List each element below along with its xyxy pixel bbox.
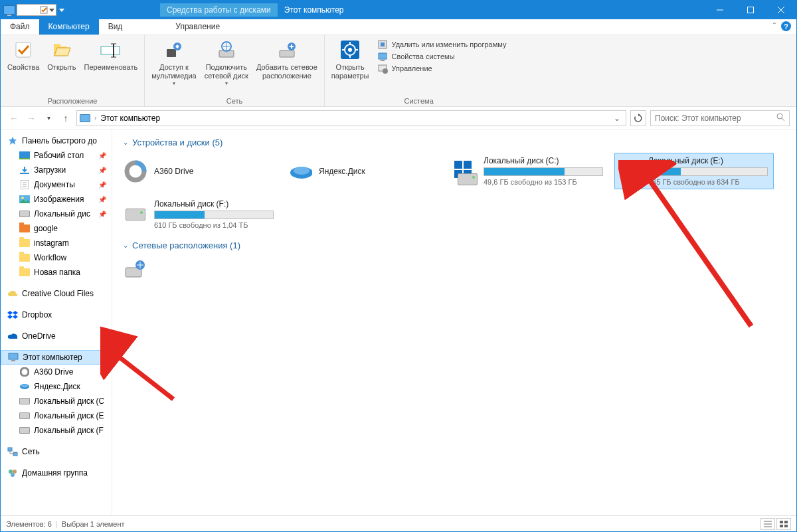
- tree-local-disk-f[interactable]: Локальный диск (F: [1, 423, 112, 438]
- tree-google[interactable]: google: [1, 221, 112, 236]
- usage-bar-fill: [484, 168, 565, 175]
- svg-rect-59: [464, 161, 472, 169]
- rename-button[interactable]: Переименовать: [80, 37, 142, 74]
- content-pane[interactable]: ⌄ Устройства и диски (5) A360 Drive Янде…: [112, 130, 796, 515]
- svg-rect-70: [784, 525, 788, 527]
- app-icon[interactable]: [3, 5, 15, 15]
- properties-button[interactable]: Свойства: [3, 37, 43, 74]
- dropbox-icon: [7, 310, 18, 320]
- drive-local-f[interactable]: Локальный диск (F:) 610 ГБ свободно из 1…: [120, 196, 280, 232]
- qat-customize[interactable]: [59, 9, 64, 12]
- search-box[interactable]: [650, 110, 790, 126]
- tree-yandex[interactable]: Яндекс.Диск: [1, 379, 112, 394]
- svg-point-41: [21, 197, 24, 199]
- view-details-button[interactable]: [760, 518, 775, 530]
- monitor-icon: [80, 114, 90, 122]
- chevron-right-icon[interactable]: ›: [94, 114, 96, 122]
- drive-local-e[interactable]: Локальный диск (E:) 465 ГБ свободно из 6…: [614, 153, 774, 189]
- tree-workflow[interactable]: Workflow: [1, 250, 112, 265]
- tree-instagram[interactable]: instagram: [1, 236, 112, 250]
- svg-rect-7: [54, 44, 60, 47]
- folder-icon: [19, 238, 30, 248]
- group-devices-drives[interactable]: ⌄ Устройства и диски (5): [123, 137, 788, 147]
- pin-icon: 📌: [98, 196, 109, 203]
- svg-point-44: [21, 368, 29, 376]
- svg-point-20: [348, 48, 352, 52]
- search-input[interactable]: [655, 114, 776, 123]
- qat-dropdown[interactable]: [17, 4, 56, 16]
- tree-creative-cloud[interactable]: Creative Cloud Files: [1, 286, 112, 301]
- tree-local-disk-e[interactable]: Локальный диск (E: [1, 408, 112, 423]
- svg-rect-16: [280, 50, 294, 57]
- navigation-bar: ← → ▾ ↑ › Этот компьютер ⌄: [1, 107, 796, 130]
- tree-quick-access[interactable]: Панель быстрого до: [1, 133, 112, 148]
- ribbon: Свойства Открыть Переименовать Расположе…: [1, 35, 796, 107]
- uninstall-program-button[interactable]: Удалить или изменить программу: [377, 39, 507, 50]
- back-button[interactable]: ←: [7, 112, 21, 125]
- search-icon[interactable]: [776, 112, 785, 124]
- tree-dropbox[interactable]: Dropbox: [1, 308, 112, 322]
- pin-icon: 📌: [98, 211, 109, 218]
- window-title: Этот компьютер: [284, 5, 344, 15]
- tree-onedrive[interactable]: OneDrive: [1, 329, 112, 343]
- svg-rect-33: [19, 151, 30, 158]
- tab-file[interactable]: Файл: [1, 19, 39, 35]
- ribbon-collapse-icon[interactable]: ˆ: [773, 22, 776, 31]
- drive-icon: [124, 203, 147, 226]
- tab-manage[interactable]: Управление: [166, 19, 229, 35]
- tree-documents[interactable]: Документы📌: [1, 177, 112, 192]
- tree-homegroup[interactable]: Домашняя группа: [1, 466, 112, 480]
- svg-rect-28: [381, 60, 385, 61]
- group-network-locations[interactable]: ⌄ Сетевые расположения (1): [123, 240, 788, 250]
- minimize-button[interactable]: [705, 1, 735, 19]
- monitor-icon: [8, 352, 19, 363]
- context-tab-disk-tools[interactable]: Средства работы с дисками: [160, 3, 278, 17]
- view-tiles-button[interactable]: [776, 518, 791, 530]
- close-button[interactable]: [766, 1, 796, 19]
- svg-rect-34: [19, 158, 30, 159]
- network-location-item[interactable]: [120, 256, 788, 285]
- pin-icon: 📌: [98, 167, 109, 174]
- drive-icon: [19, 425, 30, 436]
- recent-locations-button[interactable]: ▾: [42, 112, 55, 125]
- breadcrumb-this-pc[interactable]: Этот компьютер: [100, 114, 160, 123]
- tree-downloads[interactable]: Загрузки📌: [1, 163, 112, 177]
- up-button[interactable]: ↑: [59, 112, 72, 125]
- pictures-icon: [19, 194, 30, 205]
- tree-desktop[interactable]: Рабочий стол📌: [1, 148, 112, 163]
- address-bar[interactable]: › Этот компьютер ⌄: [76, 110, 626, 126]
- add-network-location-button[interactable]: Добавить сетевое расположение: [252, 37, 321, 83]
- refresh-button[interactable]: [630, 110, 646, 126]
- drive-icon: [453, 159, 477, 183]
- system-properties-button[interactable]: Свойства системы: [377, 51, 507, 62]
- onedrive-icon: [7, 331, 18, 341]
- map-drive-button[interactable]: Подключить сетевой диск ▾: [201, 37, 252, 89]
- tree-a360[interactable]: A360 Drive: [1, 365, 112, 379]
- manage-button[interactable]: Управление: [377, 63, 507, 74]
- open-settings-button[interactable]: Открыть параметры: [327, 37, 373, 83]
- tab-computer[interactable]: Компьютер: [39, 19, 99, 35]
- tree-local-disk-c[interactable]: Локальный диск (C: [1, 394, 112, 408]
- tree-network[interactable]: Сеть: [1, 444, 112, 459]
- tab-view[interactable]: Вид: [99, 19, 132, 35]
- svg-point-31: [777, 114, 782, 119]
- forward-button[interactable]: →: [25, 112, 38, 125]
- maximize-button[interactable]: [735, 1, 766, 19]
- open-button[interactable]: Открыть: [43, 37, 80, 74]
- tree-pictures[interactable]: Изображения📌: [1, 192, 112, 207]
- tree-this-pc[interactable]: Этот компьютер: [1, 350, 112, 365]
- explorer-window: Средства работы с дисками Этот компьютер…: [0, 0, 797, 532]
- yandex-disk-icon: [288, 159, 312, 183]
- media-access-button[interactable]: Доступ к мультимедиа ▾: [147, 37, 201, 89]
- a360-icon: [124, 159, 147, 183]
- drive-yandex[interactable]: Яндекс.Диск: [285, 153, 444, 189]
- drive-a360[interactable]: A360 Drive: [120, 153, 280, 189]
- svg-point-57: [294, 167, 310, 175]
- address-dropdown[interactable]: ⌄: [611, 114, 623, 123]
- tree-local-disk-short[interactable]: Локальный дис📌: [1, 207, 112, 221]
- title-bar: Средства работы с дисками Этот компьютер: [1, 1, 796, 19]
- drive-local-c[interactable]: Локальный диск (C:) 49,6 ГБ свободно из …: [450, 153, 609, 189]
- navigation-tree[interactable]: Панель быстрого до Рабочий стол📌 Загрузк…: [1, 130, 112, 515]
- help-icon[interactable]: ?: [781, 21, 791, 31]
- tree-new-folder[interactable]: Новая папка: [1, 265, 112, 280]
